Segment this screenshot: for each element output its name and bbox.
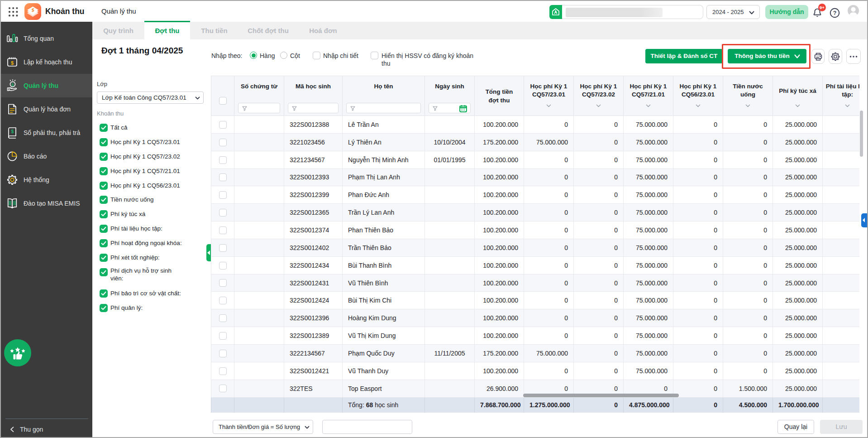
svg-text:$: $ <box>11 129 14 134</box>
svg-text:?: ? <box>833 10 837 16</box>
svg-text:$: $ <box>11 60 14 66</box>
svg-text:$: $ <box>11 82 14 87</box>
